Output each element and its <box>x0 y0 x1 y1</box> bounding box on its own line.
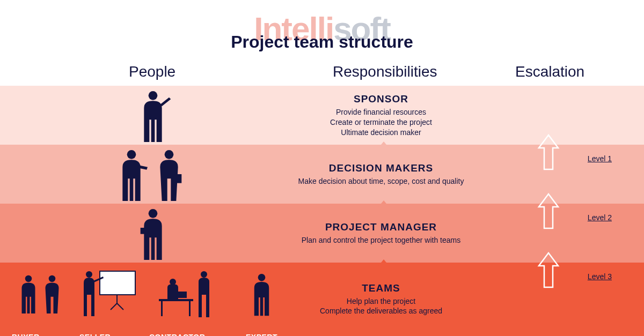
connector-arrow-icon <box>378 141 389 148</box>
svg-point-12 <box>86 271 92 278</box>
arrow-up-icon <box>537 252 560 289</box>
resp-line: Ultimate decision maker <box>284 127 478 137</box>
svg-point-7 <box>49 275 56 282</box>
svg-point-2 <box>165 150 174 159</box>
resp-line: Plan and control the project together wi… <box>284 235 478 245</box>
row-teams: BUYER TEAM SELLER TEAM CONTRACTOR TEAM E… <box>0 263 644 336</box>
svg-point-19 <box>258 274 266 281</box>
svg-rect-8 <box>100 271 135 295</box>
escalation-level: Level 1 <box>588 154 612 163</box>
person-icon <box>131 206 174 260</box>
role-label: SPONSOR <box>284 93 478 105</box>
role-label: PROJECT MANAGER <box>284 221 478 233</box>
person-icon <box>150 147 188 201</box>
person-icon <box>131 88 174 142</box>
svg-line-11 <box>117 303 123 310</box>
team-label: CONTRACTOR TEAM <box>149 333 205 336</box>
team-label: EXPERT <box>246 333 277 336</box>
resp-line: Help plan the project <box>284 296 478 307</box>
resp-line: Complete the deliverables as agreed <box>284 307 478 317</box>
svg-point-6 <box>25 275 32 282</box>
role-label: DECISION MAKERS <box>284 162 478 174</box>
people-teams: BUYER TEAM SELLER TEAM CONTRACTOR TEAM E… <box>0 263 301 336</box>
svg-rect-3 <box>176 174 181 183</box>
arrow-up-icon <box>537 134 560 171</box>
svg-point-0 <box>149 91 158 100</box>
person-icon <box>39 268 65 319</box>
person-icon <box>15 268 42 319</box>
svg-point-4 <box>149 209 158 218</box>
svg-rect-17 <box>178 292 187 298</box>
person-icon <box>113 147 150 201</box>
team-label: SELLER TEAM <box>79 333 111 336</box>
svg-point-18 <box>201 271 207 278</box>
resp-teams: TEAMS Help plan the project Complete the… <box>284 282 478 317</box>
col-escalation: Escalation <box>515 63 584 80</box>
resp-line: Provide financial resources <box>284 107 478 117</box>
role-label: TEAMS <box>284 282 478 294</box>
page-title: Project team structure <box>231 32 413 52</box>
svg-rect-15 <box>161 301 163 316</box>
connector-arrow-icon <box>378 259 389 266</box>
svg-point-1 <box>127 150 136 159</box>
arrow-up-icon <box>537 193 560 230</box>
svg-line-10 <box>111 303 117 310</box>
resp-pm: PROJECT MANAGER Plan and control the pro… <box>284 221 478 245</box>
resp-line: Create or terminate the project <box>284 117 478 128</box>
svg-rect-14 <box>159 299 193 301</box>
resp-decision: DECISION MAKERS Make decision about time… <box>284 162 478 186</box>
seller-team-icon <box>79 268 138 319</box>
svg-rect-5 <box>141 228 145 234</box>
resp-sponsor: SPONSOR Provide financial resources Crea… <box>284 93 478 138</box>
escalation-level: Level 2 <box>588 213 612 222</box>
resp-line: Make decision about time, scope, cost an… <box>284 176 478 186</box>
escalation-level: Level 3 <box>588 272 612 281</box>
col-people: People <box>129 63 175 80</box>
team-label: BUYER TEAM <box>12 333 40 336</box>
connector-arrow-icon <box>378 200 389 207</box>
col-responsibilities: Responsibilities <box>333 63 437 80</box>
svg-rect-16 <box>189 301 191 316</box>
contractor-team-icon <box>155 268 224 322</box>
person-icon <box>247 267 276 320</box>
rows-container: SPONSOR Provide financial resources Crea… <box>0 86 644 336</box>
